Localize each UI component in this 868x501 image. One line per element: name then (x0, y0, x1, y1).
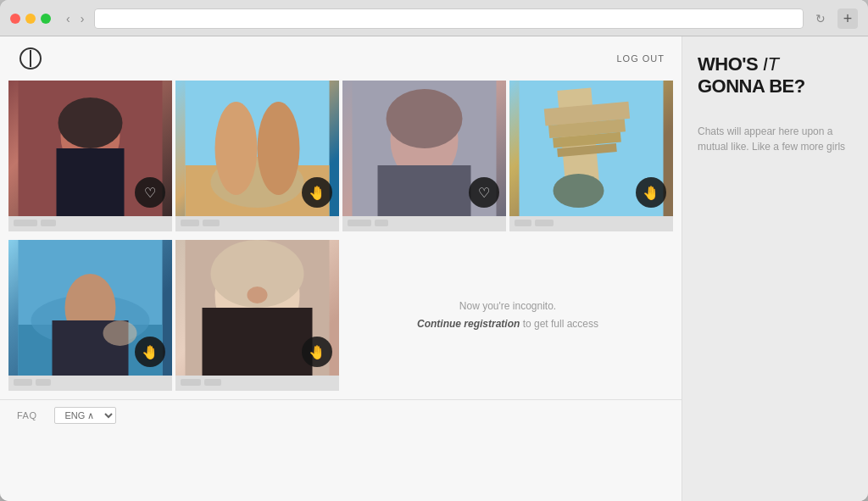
footer: FAQ ENG ∧ DE FR (0, 399, 682, 431)
name-blur (41, 220, 56, 226)
name-blur (535, 220, 554, 226)
incognito-suffix: to get full access (520, 318, 598, 330)
name-blur (348, 220, 371, 226)
back-button[interactable]: ‹ (63, 10, 74, 27)
address-bar[interactable] (94, 8, 804, 29)
name-blur (14, 379, 32, 386)
name-blur (375, 220, 388, 226)
profile-name-p1 (8, 216, 172, 231)
minimize-button[interactable] (25, 14, 36, 24)
sidebar-title-whos: WHO'S (698, 53, 758, 75)
name-blur (181, 220, 199, 226)
svg-rect-31 (203, 308, 313, 376)
sidebar-title-gonna: GONNA BE? (698, 75, 805, 97)
hand-icon: 🤚 (309, 344, 326, 360)
nav-buttons: ‹ › (63, 10, 87, 27)
svg-point-32 (248, 287, 268, 303)
like-button-p3[interactable]: ♡ (469, 177, 499, 208)
log-out-button[interactable]: LOG OUT (616, 53, 665, 64)
reload-button[interactable]: ↻ (810, 10, 831, 27)
name-blur (14, 220, 37, 226)
svg-rect-14 (378, 165, 471, 216)
maximize-button[interactable] (41, 14, 51, 24)
profile-name-p3 (342, 216, 506, 231)
name-blur (181, 379, 201, 386)
heart-icon: ♡ (144, 185, 156, 201)
sidebar-subtitle: Chats will appear here upon a mutual lik… (698, 124, 853, 154)
sidebar-title: WHO'S IT GONNA BE? (698, 53, 853, 98)
name-blur (515, 220, 531, 226)
svg-point-27 (103, 320, 137, 346)
profile-card-p2[interactable]: 🤚 (175, 81, 339, 231)
incognito-message: Now you're incognito. Continue registrat… (342, 240, 673, 391)
profile-name-p6 (175, 376, 339, 391)
top-bar: LOG OUT (0, 36, 682, 77)
hand-icon: 🤚 (142, 344, 159, 360)
svg-point-9 (215, 102, 258, 195)
profiles-row2: 🤚 (0, 240, 682, 399)
incognito-line2: Continue registration to get full access (417, 315, 598, 331)
svg-rect-5 (57, 148, 125, 216)
name-blur (36, 379, 51, 386)
name-blur (204, 379, 221, 386)
svg-point-21 (554, 174, 604, 208)
profile-card-p1[interactable]: ♡ (8, 81, 172, 231)
logo (17, 45, 44, 72)
traffic-lights (10, 14, 51, 24)
profile-name-p4 (509, 216, 673, 231)
name-blur (203, 220, 220, 226)
like-button-p2[interactable]: 🤚 (302, 177, 332, 208)
like-button-p6[interactable]: 🤚 (302, 337, 332, 367)
new-tab-button[interactable]: + (837, 8, 858, 29)
profile-name-p2 (175, 216, 339, 231)
content-panel: LOG OUT (0, 36, 682, 501)
incognito-line1: Now you're incognito. (459, 300, 556, 312)
like-button-p1[interactable]: ♡ (135, 177, 165, 208)
browser-window: ‹ › ↻ + LOG OUT (0, 0, 868, 501)
faq-link[interactable]: FAQ (17, 410, 37, 420)
language-selector[interactable]: ENG ∧ DE FR (54, 407, 116, 424)
main-layout: LOG OUT (0, 36, 868, 501)
profile-card-p3[interactable]: ♡ (342, 81, 506, 231)
heart-icon: ♡ (478, 185, 490, 201)
sidebar-panel: WHO'S IT GONNA BE? Chats will appear her… (682, 36, 868, 501)
profile-name-p5 (8, 376, 172, 391)
profiles-row1: ♡ (0, 77, 682, 240)
profile-card-p6[interactable]: 🤚 (175, 240, 339, 391)
profile-card-p4[interactable]: 🤚 (509, 81, 673, 231)
like-button-p4[interactable]: 🤚 (636, 177, 666, 208)
close-button[interactable] (10, 14, 20, 24)
browser-chrome: ‹ › ↻ + (0, 0, 868, 36)
forward-button[interactable]: › (77, 10, 88, 27)
hand-icon: 🤚 (309, 185, 326, 201)
profile-card-p5[interactable]: 🤚 (8, 240, 172, 391)
sidebar-title-it: IT (763, 53, 779, 75)
svg-point-13 (387, 89, 463, 148)
svg-point-10 (258, 102, 300, 195)
svg-point-4 (58, 97, 123, 148)
continue-registration-link[interactable]: Continue registration (417, 318, 520, 330)
like-button-p5[interactable]: 🤚 (135, 337, 165, 367)
hand-icon: 🤚 (643, 185, 659, 201)
